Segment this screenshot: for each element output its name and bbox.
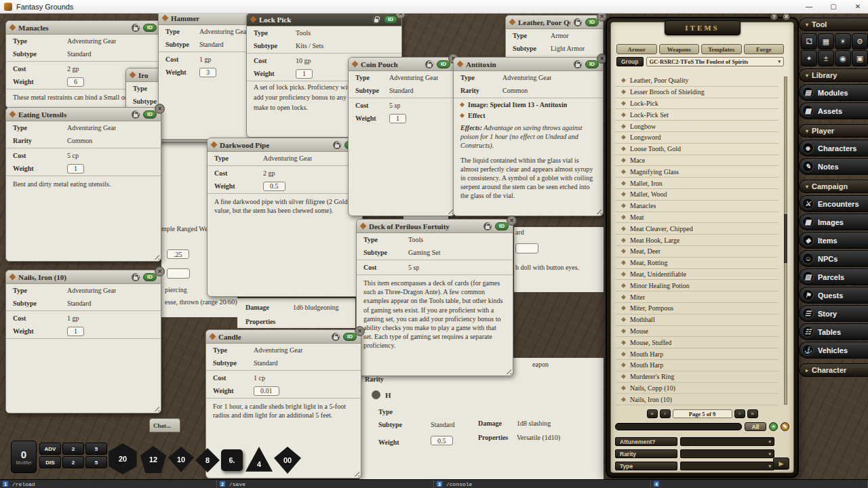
quick-mod-2-button[interactable]: 2 bbox=[62, 456, 84, 468]
sidebar-header-campaign[interactable]: ▾ Campaign bbox=[799, 180, 868, 193]
weight-value[interactable]: .25 bbox=[167, 249, 189, 259]
sidebar-button-npcs[interactable]: ☺ NPCs bbox=[799, 250, 868, 267]
lock-icon[interactable] bbox=[425, 60, 433, 68]
resize-handle[interactable] bbox=[352, 469, 359, 476]
item-window-antitoxin[interactable]: Antitoxin ID ✕ TypeAdventuring Gear Rari… bbox=[453, 57, 604, 216]
all-filter-button[interactable]: All bbox=[745, 422, 766, 431]
sidebar-button-vehicles[interactable]: ⚓ Vehicles bbox=[799, 342, 868, 359]
lock-icon[interactable] bbox=[332, 333, 340, 341]
lock-icon[interactable] bbox=[333, 141, 341, 149]
options-icon[interactable]: ⚙ bbox=[852, 33, 868, 49]
window-header[interactable]: Deck of Perilous Fortuity ID bbox=[357, 220, 513, 233]
tab-armor[interactable]: Armor bbox=[616, 44, 657, 54]
item-list-row[interactable]: Meat Cleaver, Chipped bbox=[615, 223, 778, 235]
item-list-row[interactable]: Minor Healing Potion bbox=[615, 280, 778, 291]
item-window-coin-pouch[interactable]: Coin Pouch ID ✕ TypeAdventuring Gear Sub… bbox=[348, 57, 455, 216]
id-button[interactable]: ID bbox=[343, 333, 357, 341]
item-list-row[interactable]: Nails, Copp (10) bbox=[615, 383, 778, 394]
add-item-button[interactable]: + bbox=[769, 422, 778, 431]
lock-icon[interactable] bbox=[574, 60, 582, 68]
window-header[interactable]: Candle ID bbox=[206, 330, 361, 344]
tab-templates[interactable]: Templates bbox=[701, 44, 742, 54]
d12-die[interactable]: 12 bbox=[140, 446, 167, 473]
item-list-row[interactable]: Nails, Iron (10) bbox=[615, 394, 778, 405]
sidebar-header-library[interactable]: ▾ Library bbox=[799, 68, 868, 82]
quick-mod-5-button[interactable]: 5 bbox=[85, 443, 107, 455]
dice-tower-icon[interactable]: ⚁ bbox=[801, 33, 817, 49]
sidebar-button-quests[interactable]: ⚑ Quests bbox=[799, 287, 868, 304]
id-button[interactable]: ID bbox=[143, 273, 157, 281]
resize-handle[interactable] bbox=[152, 252, 159, 260]
d10-die[interactable]: 10 bbox=[168, 447, 194, 472]
last-page-button[interactable]: » bbox=[747, 409, 758, 418]
id-button[interactable]: ID bbox=[495, 222, 509, 230]
item-list-row[interactable]: Mallet, Iron bbox=[615, 178, 778, 189]
item-list-row[interactable]: Meat, Rotting bbox=[615, 258, 778, 269]
first-page-button[interactable]: « bbox=[647, 409, 658, 418]
window-header[interactable]: Darkwood Pipe ID bbox=[208, 138, 362, 152]
d6-die[interactable]: 6. bbox=[221, 449, 243, 471]
scrollbar[interactable] bbox=[784, 77, 787, 405]
linked-record-row[interactable]: Effect bbox=[454, 110, 603, 121]
item-list-row[interactable]: Longsword bbox=[615, 132, 778, 144]
window-header[interactable]: Leather, Poor Quality ID bbox=[506, 16, 603, 29]
item-list-row[interactable]: Meat Hook, Large bbox=[615, 235, 778, 246]
modifier-box[interactable]: 0 Modifier bbox=[11, 441, 37, 473]
item-list-row[interactable]: Mallet, Wood bbox=[615, 189, 778, 201]
item-window-eating-utensils[interactable]: Eating Utensils ID ✕ TypeAdventuring Gea… bbox=[5, 107, 161, 262]
sidebar-button-encounters[interactable]: ⚔ Encounters bbox=[799, 195, 868, 212]
item-list-row[interactable]: Mouth Harp bbox=[615, 348, 778, 360]
d20-die[interactable]: 20 bbox=[107, 443, 138, 474]
lock-icon[interactable] bbox=[132, 110, 140, 119]
lock-icon[interactable] bbox=[372, 390, 380, 399]
tab-forge[interactable]: Forge bbox=[744, 44, 785, 54]
lock-icon[interactable] bbox=[372, 16, 380, 24]
item-list-row[interactable]: Mouth Harp bbox=[615, 360, 778, 371]
item-list-row[interactable]: Leather, Poor Quality bbox=[615, 75, 778, 87]
chat-window-tab[interactable]: Chat... bbox=[149, 418, 180, 432]
sidebar-header-tool[interactable]: ▾ Tool bbox=[799, 18, 868, 31]
item-list-row[interactable]: Lesser Brooch of Shielding bbox=[615, 87, 778, 98]
id-button[interactable]: ID bbox=[143, 24, 157, 32]
sidebar-button-assets[interactable]: ▩ Assets bbox=[799, 102, 868, 119]
sidebar-button-images[interactable]: ▦ Images bbox=[799, 214, 868, 230]
item-window-nails-iron[interactable]: Nails, Iron (10) ID ✕ TypeAdventuring Ge… bbox=[5, 270, 161, 413]
resize-handle[interactable] bbox=[152, 404, 159, 411]
lock-icon[interactable] bbox=[484, 222, 492, 230]
resize-handle[interactable] bbox=[504, 367, 511, 374]
linked-record-row[interactable]: Image: Special Item 13 - Antitoxin bbox=[454, 99, 603, 110]
sidebar-button-tables[interactable]: ☷ Tables bbox=[799, 323, 868, 340]
item-list-row[interactable]: Lock-Pick bbox=[615, 98, 778, 110]
minimize-button[interactable]: — bbox=[799, 0, 819, 13]
window-header[interactable]: Antitoxin ID bbox=[454, 58, 603, 71]
window-header[interactable]: Coin Pouch ID bbox=[349, 58, 454, 71]
lock-icon[interactable] bbox=[574, 18, 582, 26]
weight-value[interactable]: 0.5 bbox=[431, 436, 453, 445]
item-list-row[interactable]: Meat bbox=[615, 212, 778, 224]
window-close-button[interactable]: ✕ bbox=[848, 0, 868, 13]
window-header[interactable]: Nails, Iron (10) ID bbox=[6, 270, 161, 284]
close-button[interactable]: ✕ bbox=[155, 266, 165, 277]
tab-weapons[interactable]: Weapons bbox=[659, 44, 700, 54]
empty-field[interactable] bbox=[167, 268, 190, 279]
sidebar-button-characters[interactable]: ☻ Characters bbox=[799, 140, 868, 157]
name-filter-input[interactable] bbox=[615, 423, 742, 430]
item-window-darkwood-pipe[interactable]: Darkwood Pipe ID ✕ TypeAdventuring Gear … bbox=[207, 138, 363, 297]
item-list-row[interactable]: Miter, Pompous bbox=[615, 303, 778, 314]
resize-handle[interactable] bbox=[594, 207, 601, 214]
item-list-row[interactable]: Mouse, Stuffed bbox=[615, 337, 778, 348]
resize-handle[interactable] bbox=[446, 207, 453, 214]
scrollbar-thumb[interactable] bbox=[784, 214, 787, 263]
windows-icon[interactable]: ▣ bbox=[852, 50, 868, 66]
item-list-row[interactable]: Mouse bbox=[615, 326, 778, 338]
item-list-row[interactable]: Miter bbox=[615, 291, 778, 303]
lighting-icon[interactable]: ☀ bbox=[835, 33, 851, 49]
item-list-row[interactable]: Meat, Unidentifiable bbox=[615, 269, 778, 281]
lock-icon[interactable] bbox=[132, 24, 140, 32]
filter-type-select[interactable]: ▾ bbox=[680, 462, 774, 470]
lock-icon[interactable] bbox=[132, 273, 140, 281]
item-list-row[interactable]: Loose Tooth, Gold bbox=[615, 144, 778, 155]
group-select[interactable]: GC-RSRC2-TFoS The Foulest of Spirits ▾ bbox=[646, 57, 785, 66]
sidebar-button-story[interactable]: ☰ Story bbox=[799, 305, 868, 322]
advantage-button[interactable]: ADV bbox=[39, 443, 61, 455]
